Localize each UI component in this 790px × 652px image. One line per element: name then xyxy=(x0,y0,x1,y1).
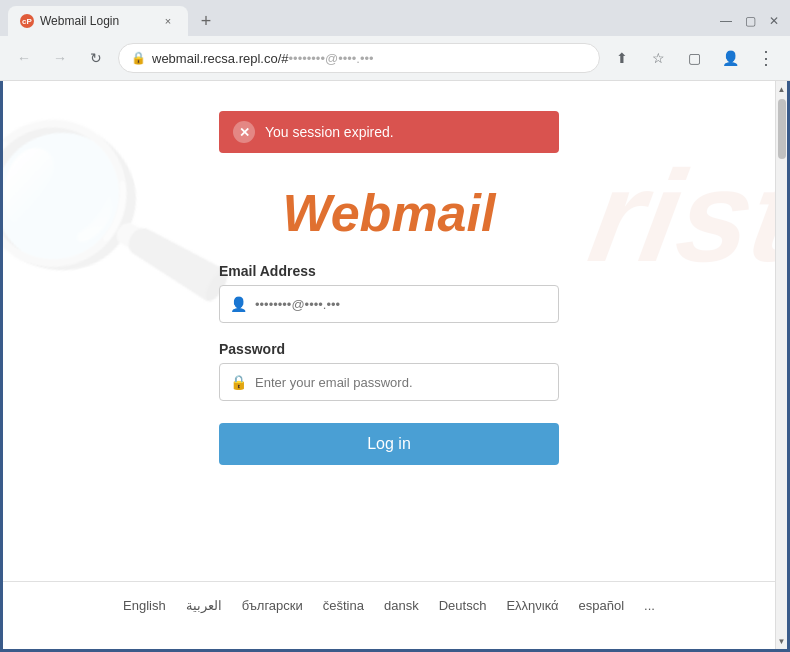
lang-item-7[interactable]: español xyxy=(579,598,625,613)
password-input[interactable] xyxy=(255,375,548,390)
session-expired-alert: ✕ You session expired. xyxy=(219,111,559,153)
back-button[interactable]: ← xyxy=(10,44,38,72)
tab-close-button[interactable]: × xyxy=(160,13,176,29)
lang-item-3[interactable]: čeština xyxy=(323,598,364,613)
password-input-wrapper: 🔒 xyxy=(219,363,559,401)
language-bar: EnglishالعربيةбългарскиčeštinadanskDeuts… xyxy=(3,581,775,629)
minimize-button[interactable]: — xyxy=(718,13,734,29)
email-group: Email Address 👤 xyxy=(219,263,559,323)
browser-menu-button[interactable]: ⋮ xyxy=(752,44,780,72)
active-tab[interactable]: cP Webmail Login × xyxy=(8,6,188,36)
tab-favicon: cP xyxy=(20,14,34,28)
tab-label: Webmail Login xyxy=(40,14,154,28)
lock-icon: 🔒 xyxy=(131,51,146,65)
share-button[interactable]: ⬆ xyxy=(608,44,636,72)
alert-message: You session expired. xyxy=(265,124,394,140)
alert-icon: ✕ xyxy=(233,121,255,143)
text-watermark: rist xyxy=(579,141,775,291)
lang-item-5[interactable]: Deutsch xyxy=(439,598,487,613)
bookmark-button[interactable]: ☆ xyxy=(644,44,672,72)
lang-item-1[interactable]: العربية xyxy=(186,598,222,613)
lang-item-6[interactable]: Ελληνικά xyxy=(506,598,558,613)
lang-english[interactable]: English xyxy=(123,598,166,613)
reload-button[interactable]: ↻ xyxy=(82,44,110,72)
forward-button[interactable]: → xyxy=(46,44,74,72)
lock-field-icon: 🔒 xyxy=(230,374,247,390)
magnifier-watermark: 🔍 xyxy=(3,81,249,364)
email-input-wrapper: 👤 xyxy=(219,285,559,323)
address-bar[interactable]: 🔒 webmail.recsa.repl.co/#••••••••@••••.•… xyxy=(118,43,600,73)
close-window-button[interactable]: ✕ xyxy=(766,13,782,29)
password-label: Password xyxy=(219,341,559,357)
window-controls: — ▢ ✕ xyxy=(718,13,782,29)
new-tab-button[interactable]: + xyxy=(192,7,220,35)
scrollbar-thumb[interactable] xyxy=(778,99,786,159)
address-bar-row: ← → ↻ 🔒 webmail.recsa.repl.co/#••••••••@… xyxy=(0,36,790,80)
webmail-page: 🔍 rist ✕ You session expired. Webmail Em… xyxy=(3,81,775,649)
lang-item-8[interactable]: ... xyxy=(644,598,655,613)
email-label: Email Address xyxy=(219,263,559,279)
title-bar: cP Webmail Login × + — ▢ ✕ xyxy=(0,0,790,36)
browser-viewport: 🔍 rist ✕ You session expired. Webmail Em… xyxy=(0,81,790,652)
tab-icon-button[interactable]: ▢ xyxy=(680,44,708,72)
scroll-down-button[interactable]: ▼ xyxy=(776,633,788,649)
profile-button[interactable]: 👤 xyxy=(716,44,744,72)
email-input[interactable] xyxy=(255,297,548,312)
user-icon: 👤 xyxy=(230,296,247,312)
browser-chrome: cP Webmail Login × + — ▢ ✕ ← → ↻ 🔒 webma… xyxy=(0,0,790,81)
lang-item-4[interactable]: dansk xyxy=(384,598,419,613)
maximize-button[interactable]: ▢ xyxy=(742,13,758,29)
scrollbar[interactable]: ▲ ▼ xyxy=(775,81,787,649)
password-group: Password 🔒 xyxy=(219,341,559,401)
lang-item-2[interactable]: български xyxy=(242,598,303,613)
login-form: Email Address 👤 Password 🔒 Log in xyxy=(219,263,559,465)
login-button[interactable]: Log in xyxy=(219,423,559,465)
webmail-logo: Webmail xyxy=(283,183,496,243)
address-text: webmail.recsa.repl.co/#••••••••@••••.••• xyxy=(152,51,587,66)
page-content: 🔍 rist ✕ You session expired. Webmail Em… xyxy=(3,81,775,649)
scroll-up-button[interactable]: ▲ xyxy=(776,81,788,97)
